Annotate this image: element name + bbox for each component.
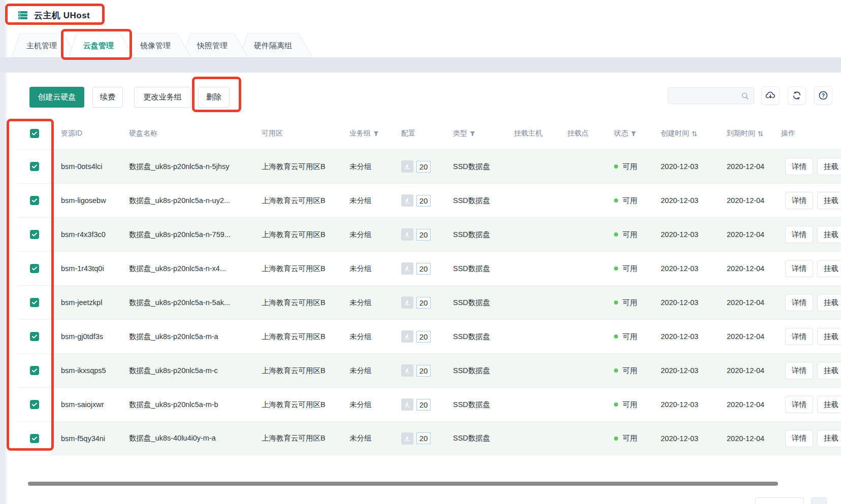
disk-table: 资源ID 硬盘名称 可用区 业务组 配置 类型 挂载主机 挂载点 状态 创建时间… [18, 118, 841, 455]
disk-type-cell: SSD数据盘 [453, 332, 514, 342]
disk-name-cell: 数据盘_uk8s-p20nlc5a-n-x4... [129, 264, 262, 274]
status-cell: 可用 [614, 433, 661, 443]
mount-button[interactable]: 挂载 [817, 260, 841, 277]
svg-text:?: ? [822, 92, 825, 98]
tab-hardware-isolation-group[interactable]: 硬件隔离组 [240, 33, 312, 57]
resource-id-cell: bsm-ikxsqps5 [61, 366, 129, 375]
mount-button[interactable]: 挂载 [817, 192, 841, 209]
row-checkbox[interactable] [30, 230, 39, 239]
refresh-button[interactable] [788, 86, 806, 105]
status-dot [614, 300, 618, 305]
mount-button[interactable]: 挂载 [817, 430, 841, 447]
horizontal-scrollbar[interactable] [28, 482, 778, 486]
table-row: bsm-gj0tdf3s 数据盘_uk8s-p20nlc5a-m-a 上海教育云… [18, 319, 841, 353]
column-header-attached-host: 挂载主机 [514, 129, 567, 138]
disk-thumbnail-icon [401, 432, 413, 445]
business-group-cell: 未分组 [349, 264, 401, 274]
row-checkbox[interactable] [30, 264, 39, 273]
row-checkbox[interactable] [30, 332, 39, 341]
mount-button[interactable]: 挂载 [817, 328, 841, 345]
status-dot [614, 232, 618, 237]
table-row: bsm-f5qy34ni 数据盘_uk8s-40lu4i0y-m-a 上海教育云… [18, 421, 841, 455]
resource-id-cell: bsm-gj0tdf3s [61, 332, 129, 341]
detail-button[interactable]: 详情 [785, 328, 813, 345]
detail-button[interactable]: 详情 [785, 158, 813, 175]
search-box [668, 87, 754, 104]
tab-host-management[interactable]: 主机管理 [12, 33, 77, 57]
change-business-group-button[interactable]: 更改业务组 [134, 87, 191, 108]
disk-type-cell: SSD数据盘 [453, 366, 514, 376]
filter-icon[interactable] [470, 131, 475, 137]
renew-button[interactable]: 续费 [92, 87, 123, 108]
sort-icon[interactable] [692, 130, 697, 137]
disk-type-cell: SSD数据盘 [453, 230, 514, 240]
mount-button[interactable]: 挂载 [817, 294, 841, 311]
config-cell: 20 [401, 364, 453, 377]
detail-button[interactable]: 详情 [785, 294, 813, 311]
config-cell: 20 [401, 398, 453, 411]
question-circle-icon: ? [818, 90, 828, 100]
detail-button[interactable]: 详情 [785, 192, 813, 209]
detail-button[interactable]: 详情 [785, 260, 813, 277]
status-text: 可用 [623, 366, 637, 376]
tab-disk-management[interactable]: 云盘管理 [69, 33, 134, 57]
column-header-actions: 操作 [781, 129, 841, 138]
zone-cell: 上海教育云可用区B [262, 332, 349, 342]
export-button[interactable] [761, 86, 780, 105]
help-button[interactable]: ? [814, 86, 832, 105]
status-text: 可用 [623, 298, 637, 308]
table-row: bsm-r4x3f3c0 数据盘_uk8s-p20nlc5a-n-759... … [18, 217, 841, 251]
filter-icon[interactable] [373, 131, 379, 137]
status-cell: 可用 [614, 264, 661, 274]
row-checkbox[interactable] [30, 434, 39, 443]
zone-cell: 上海教育云可用区B [262, 433, 349, 443]
filter-icon[interactable] [631, 131, 636, 137]
status-cell: 可用 [614, 400, 661, 410]
row-checkbox[interactable] [30, 298, 39, 307]
actions-cell: 详情 挂载 [781, 294, 841, 311]
disk-name-cell: 数据盘_uk8s-p20nlc5a-n-5jhsy [129, 162, 262, 172]
detail-button[interactable]: 详情 [785, 396, 813, 413]
resource-id-cell: bsm-r4x3f3c0 [61, 230, 129, 239]
detail-button[interactable]: 详情 [785, 226, 813, 243]
mount-button[interactable]: 挂载 [817, 226, 841, 243]
mount-button[interactable]: 挂载 [817, 362, 841, 379]
created-time-cell: 2020-12-03 [661, 400, 727, 409]
actions-cell: 详情 挂载 [781, 396, 841, 413]
pagination-button[interactable] [811, 497, 827, 504]
status-dot [614, 368, 618, 373]
page-title-text: 云主机 UHost [34, 10, 90, 21]
tab-image-management[interactable]: 镜像管理 [126, 33, 191, 57]
mount-button[interactable]: 挂载 [817, 158, 841, 175]
resource-id-cell: bsm-saiojxwr [61, 400, 129, 409]
status-cell: 可用 [614, 332, 661, 342]
business-group-cell: 未分组 [349, 230, 401, 240]
disk-size-value: 20 [416, 161, 431, 173]
tab-snapshot-management[interactable]: 快照管理 [183, 33, 248, 57]
search-input[interactable] [672, 88, 738, 104]
detail-button[interactable]: 详情 [785, 362, 813, 379]
column-header-type: 类型 [453, 129, 514, 138]
row-checkbox[interactable] [30, 162, 39, 171]
mount-button[interactable]: 挂载 [817, 396, 841, 413]
status-dot [614, 164, 618, 169]
row-checkbox[interactable] [30, 366, 39, 375]
expire-time-cell: 2020-12-04 [727, 434, 781, 443]
disk-thumbnail-icon [401, 296, 413, 309]
delete-button[interactable]: 删除 [198, 87, 230, 108]
create-disk-button[interactable]: 创建云硬盘 [29, 87, 84, 108]
page-divider-band [0, 57, 841, 73]
status-text: 可用 [623, 332, 637, 342]
row-checkbox[interactable] [30, 196, 39, 205]
sort-icon[interactable] [758, 130, 763, 137]
disk-thumbnail-icon [401, 228, 413, 241]
business-group-cell: 未分组 [349, 332, 401, 342]
detail-button[interactable]: 详情 [785, 430, 813, 447]
column-header-config: 配置 [401, 129, 453, 138]
pagination-input[interactable] [755, 497, 804, 504]
row-checkbox[interactable] [30, 400, 39, 409]
disk-size-value: 20 [416, 432, 431, 444]
uhost-console-page: 云主机 UHost 主机管理 云盘管理 镜像管理 快照管理 硬件隔离组 创建云硬… [0, 0, 841, 504]
select-all-checkbox[interactable] [30, 129, 39, 138]
disk-name-cell: 数据盘_uk8s-p20nlc5a-m-a [129, 332, 262, 342]
